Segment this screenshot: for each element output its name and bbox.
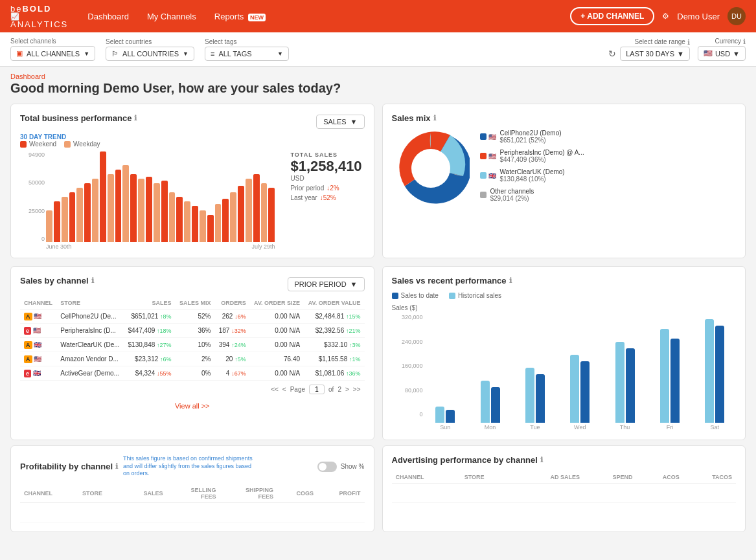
prior-period-value: ↓2% [326,185,339,192]
cell-orders: 262 ↓6% [214,309,249,324]
bar-weekend[interactable] [146,177,152,242]
bar-weekday[interactable] [169,192,176,242]
bar-weekday[interactable] [230,192,236,242]
channels-select[interactable]: ▣ ALL CHANNELS ▼ [10,46,95,61]
legend: Weekend Weekday [20,140,365,148]
bar-weekday[interactable] [62,197,68,242]
tags-select[interactable]: ≡ ALL TAGS ▼ [205,47,289,61]
bar-weekday[interactable] [138,179,144,242]
bar-weekend[interactable] [207,215,214,242]
date-range-label: Select date range [634,38,685,45]
hist-bar-Fri[interactable] [660,329,669,423]
profit-col-profit: PROFIT [317,484,364,503]
channel-period-dropdown[interactable]: PRIOR PERIOD ▼ [288,277,365,291]
nav-channels[interactable]: My Channels [147,12,196,21]
bar-weekday[interactable] [76,188,83,242]
cell-value: $332.10 ↑3% [304,338,364,352]
legend-weekday: Weekday [64,140,100,148]
bar-weekend[interactable] [222,199,229,242]
pie-legend: 🇺🇸 CellPhone2U (Demo) $651,021 (52%) 🇺🇸 … [480,129,737,207]
sales-bar-Tue[interactable] [536,374,545,423]
bar-weekend[interactable] [238,186,244,242]
countries-select[interactable]: 🏳 ALL COUNTRIES ▼ [106,47,194,61]
bar-weekend[interactable] [100,151,106,242]
sales-bar-Thu[interactable] [626,348,635,423]
hist-bar-Sat[interactable] [705,319,714,423]
table-row: A 🇺🇸 Amazon Vendor D... $23,312 ↑6% 2% 2… [20,352,365,366]
bar-weekday[interactable] [122,165,129,242]
bar-weekend[interactable] [161,181,168,242]
sales-dropdown[interactable]: SALES ▼ [316,115,364,129]
hist-bar-Sun[interactable] [435,407,444,423]
channels-chevron: ▼ [84,50,89,57]
bar-weekday[interactable] [261,183,268,242]
date-range-select[interactable]: LAST 30 DAYS ▼ [620,47,690,61]
hist-bar-Thu[interactable] [615,342,624,423]
bar-weekend[interactable] [176,197,183,242]
bar-label-Mon: Mon [485,424,496,431]
sales-vs-recent-card: Sales vs recent performance ℹ Sales to d… [382,266,746,440]
avatar: DU [727,7,746,25]
bar-weekday[interactable] [246,179,252,242]
legend-weekend: Weekend [20,140,56,148]
gear-icon[interactable]: ⚙ [662,12,669,21]
last-page-btn[interactable]: >> [353,386,361,393]
sales-bar-Sun[interactable] [446,410,455,423]
legend-historical: Historical sales [449,292,501,299]
channel-dropdown-chevron: ▼ [350,280,358,288]
prev-page-btn[interactable]: < [282,386,286,393]
currency-select[interactable]: 🇺🇸 USD ▼ [698,46,746,61]
bar-weekend[interactable] [130,174,137,242]
hist-bar-Wed[interactable] [570,355,579,423]
cell-store: Amazon Vendor D... [56,352,124,366]
bar-weekday[interactable] [200,210,206,242]
cell-icons: A 🇺🇸 [20,309,56,324]
bar-label-Wed: Wed [574,424,586,431]
bar-weekday[interactable] [215,204,222,242]
bar-weekday[interactable] [108,174,114,242]
view-all-link[interactable]: View all >> [20,398,365,414]
cell-value: $1,165.58 ↑1% [304,352,364,366]
adv-col-ad-sales: AD SALES [513,471,584,484]
bar-weekend[interactable] [54,201,60,242]
sales-bar-Mon[interactable] [491,387,500,423]
show-pct-toggle[interactable] [317,462,337,472]
col-size: AV. ORDER SIZE [250,297,304,309]
add-channel-button[interactable]: + ADD CHANNEL [570,7,654,25]
pie-dot-1 [480,153,487,159]
bar-weekend[interactable] [192,206,198,242]
cell-size: 0.00 N/A [250,338,304,352]
bar-weekend[interactable] [253,174,260,242]
logo-bold: beBOLD 📈 [10,5,68,20]
pie-chart [392,129,470,207]
hist-bar-Mon[interactable] [481,381,490,423]
first-page-btn[interactable]: << [271,386,279,393]
sales-bar-Wed[interactable] [580,361,590,423]
bar-weekday[interactable] [92,179,98,242]
logo: beBOLD 📈 ANALYTICS [10,5,68,28]
bar-weekend[interactable] [84,183,91,242]
sales-bar-Sat[interactable] [715,326,724,423]
nav-dashboard[interactable]: Dashboard [87,12,129,21]
bar-weekend[interactable] [268,188,275,242]
currency-group: Currency ℹ 🇺🇸 USD ▼ [698,38,746,61]
profitability-card: Profitability by channel ℹ This sales fi… [10,445,374,532]
user-name: Demo User [677,12,720,21]
nav-reports[interactable]: Reports NEW [214,12,266,21]
bar-weekday[interactable] [184,201,190,242]
refresh-icon[interactable]: ↻ [608,49,616,59]
cell-mix: 10% [176,338,215,352]
bar-weekend[interactable] [69,192,76,242]
bar-label-Sun: Sun [440,424,450,431]
bar-weekend[interactable] [115,170,122,242]
date-range-info-icon: ℹ [687,38,690,47]
breadcrumb[interactable]: Dashboard [10,73,45,80]
next-page-btn[interactable]: > [345,386,349,393]
hist-bar-Tue[interactable] [525,368,534,423]
bar-weekday[interactable] [46,210,52,242]
channel-info-icon: ℹ [91,276,94,285]
page-input[interactable] [309,385,325,394]
bar-weekday[interactable] [154,183,160,242]
sales-bar-Fri[interactable] [670,339,680,423]
toggle-knob [319,463,326,471]
